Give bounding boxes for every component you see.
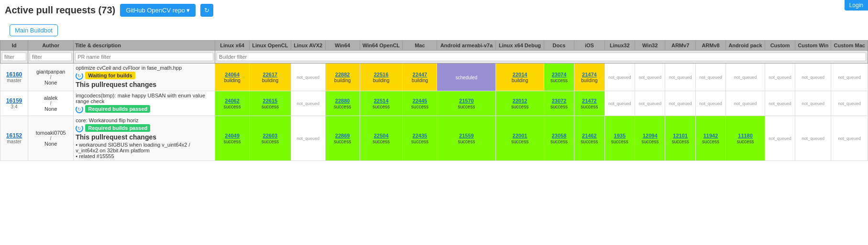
build-cell[interactable]: 22617 building	[249, 64, 291, 91]
filter-title[interactable]	[74, 51, 215, 64]
build-cell[interactable]: 24049 success	[215, 116, 250, 161]
build-cell[interactable]: 21472 success	[574, 91, 604, 116]
repo-button[interactable]: GitHub OpenCV repo ▾	[120, 4, 196, 17]
col-win64-opencl: Win64 OpenCL	[360, 41, 403, 51]
build-cell: not_queued	[604, 91, 635, 116]
build-cell: not_queued	[795, 64, 831, 91]
build-link[interactable]: 21559	[439, 133, 494, 138]
filter-builder[interactable]	[215, 51, 868, 64]
build-cell: not_queued	[291, 91, 325, 116]
build-cell[interactable]: 11180 success	[726, 116, 765, 161]
build-cell[interactable]: 24064 building	[215, 64, 250, 91]
build-cell[interactable]: 22516 building	[360, 64, 403, 91]
build-link[interactable]: 22001	[498, 133, 541, 138]
build-link[interactable]: 12101	[667, 133, 693, 138]
build-cell[interactable]: 21474 building	[574, 64, 604, 91]
filter-author[interactable]	[28, 51, 74, 64]
build-cell[interactable]: 11942 success	[695, 116, 725, 161]
build-link[interactable]: 12094	[637, 133, 663, 138]
build-link[interactable]: 24062	[217, 98, 247, 104]
build-link[interactable]: 23072	[546, 98, 572, 104]
build-cell[interactable]: 22445 success	[403, 91, 437, 116]
build-link[interactable]: 22445	[405, 98, 435, 104]
build-link[interactable]: 21462	[576, 133, 602, 138]
pr-title: imgcodecs(bmp): make happy UBSAN with en…	[76, 93, 213, 104]
build-cell[interactable]: 24062 success	[215, 91, 250, 116]
build-link[interactable]: 21474	[576, 72, 602, 77]
col-win64: Win64	[325, 41, 360, 51]
pr-id-cell: 16159 3.4	[0, 91, 28, 116]
col-android: Android armeabi-v7a	[437, 41, 496, 51]
build-cell: not_queued	[635, 91, 665, 116]
build-link[interactable]: 1935	[607, 133, 633, 138]
build-link[interactable]: 22435	[405, 133, 435, 138]
build-cell[interactable]: 22514 success	[360, 91, 403, 116]
build-cell[interactable]: 21559 success	[437, 116, 496, 161]
page-title: Active pull requests (73)	[5, 5, 115, 16]
build-link[interactable]: 22504	[362, 133, 401, 138]
build-link[interactable]: 24064	[217, 72, 247, 77]
build-cell[interactable]: 23074 success	[544, 64, 574, 91]
build-cell[interactable]: 12101 success	[665, 116, 695, 161]
build-cell[interactable]: 22615 success	[249, 91, 291, 116]
pr-branch: 3.4	[2, 104, 26, 109]
build-link[interactable]: 11942	[698, 133, 724, 138]
build-link[interactable]: 22603	[252, 133, 289, 138]
pr-id-link[interactable]: 16159	[6, 97, 22, 104]
build-cell: not_queued	[665, 64, 695, 91]
build-link[interactable]: 22012	[498, 98, 541, 104]
build-cell[interactable]: 12094 success	[635, 116, 665, 161]
build-cell[interactable]: 22869 success	[325, 116, 360, 161]
build-link[interactable]: 22447	[405, 72, 435, 77]
build-link[interactable]: 22516	[362, 72, 401, 77]
build-cell[interactable]: 22880 success	[325, 91, 360, 116]
build-cell[interactable]: 23072 success	[544, 91, 574, 116]
build-link[interactable]: 11180	[728, 133, 763, 138]
pr-id-link[interactable]: 16160	[6, 71, 22, 78]
build-cell[interactable]: 22882 building	[325, 64, 360, 91]
build-cell: not_queued	[291, 116, 325, 161]
pr-author-branch: None	[30, 80, 71, 85]
build-cell[interactable]: 21462 success	[574, 116, 604, 161]
build-link[interactable]: 22880	[328, 98, 358, 104]
col-custom: Custom	[765, 41, 795, 51]
build-cell[interactable]: 23058 success	[544, 116, 574, 161]
build-cell: not_queued	[795, 91, 831, 116]
build-link[interactable]: 23058	[546, 133, 572, 138]
build-cell[interactable]: 22447 building	[403, 64, 437, 91]
build-cell: not_queued	[765, 91, 795, 116]
filter-id[interactable]	[0, 51, 28, 64]
build-cell[interactable]: 22001 success	[496, 116, 544, 161]
build-link[interactable]: 23074	[546, 72, 572, 77]
col-id: Id	[0, 41, 28, 51]
build-cell[interactable]: 22014 building	[496, 64, 544, 91]
build-cell[interactable]: 22504 success	[360, 116, 403, 161]
build-cell[interactable]: 1935 success	[604, 116, 635, 161]
build-cell: not_queued	[831, 91, 868, 116]
pr-title-cell: core: Workaround flip horiz↻Required bui…	[74, 116, 215, 161]
build-link[interactable]: 22869	[328, 133, 358, 138]
build-cell: scheduled	[437, 64, 496, 91]
build-link[interactable]: 22617	[252, 72, 289, 77]
build-cell[interactable]: 22603 success	[249, 116, 291, 161]
col-linux-x64: Linux x64	[215, 41, 250, 51]
bullet-item: • related #15555	[76, 153, 213, 159]
build-link[interactable]: 21570	[439, 98, 494, 104]
build-cell: not_queued	[291, 64, 325, 91]
build-link[interactable]: 22615	[252, 98, 289, 104]
pr-title: optimize cvCeil and cvFloor in fase_math…	[76, 65, 213, 71]
build-link[interactable]: 22514	[362, 98, 401, 104]
pr-id-link[interactable]: 16152	[6, 132, 22, 139]
build-cell[interactable]: 21570 success	[437, 91, 496, 116]
build-link[interactable]: 22882	[328, 72, 358, 77]
main-buildbot-button[interactable]: Main Buildbot	[10, 24, 58, 36]
build-link[interactable]: 22014	[498, 72, 541, 77]
pr-title: core: Workaround flip horiz	[76, 117, 213, 123]
build-cell[interactable]: 22435 success	[403, 116, 437, 161]
build-link[interactable]: 21472	[576, 98, 602, 104]
refresh-button[interactable]: ↻	[200, 4, 213, 17]
build-cell[interactable]: 22012 success	[496, 91, 544, 116]
build-link[interactable]: 24049	[217, 133, 247, 138]
refresh-small-icon: ↻	[76, 72, 83, 80]
login-button[interactable]: Login	[845, 0, 868, 11]
